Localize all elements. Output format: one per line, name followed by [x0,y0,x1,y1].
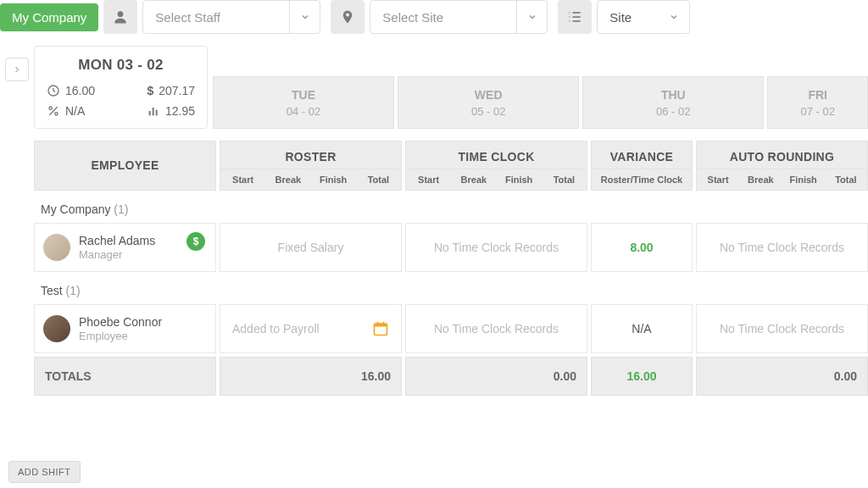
svg-point-10 [55,113,58,115]
avatar [43,315,70,342]
stat-percent: N/A [47,104,121,118]
chevron-down-icon [516,1,547,33]
employee-name: Rachel Adams [79,234,155,248]
variance-cell: N/A [591,304,693,353]
clock-icon [47,84,60,97]
site-select-label: Select Site [370,10,516,25]
site-select[interactable]: Select Site [370,0,548,34]
stat-hours: 16.00 [47,84,121,97]
svg-rect-15 [375,324,387,326]
totals-auto: 0.00 [696,357,868,396]
group-by-label: Site [598,10,659,25]
roster-cell[interactable]: Fixed Salary [220,223,402,272]
grid: EMPLOYEE ROSTER StartBreakFinishTotal TI… [34,141,868,396]
list-icon[interactable] [558,0,592,34]
day-cell[interactable]: WED05 - 02 [398,76,579,129]
col-employee: EMPLOYEE [34,141,216,191]
employee-role: Manager [79,248,155,261]
svg-rect-12 [153,108,154,115]
totals-roster: 16.00 [220,357,402,396]
svg-line-8 [49,107,57,114]
employee-role: Employee [79,330,162,342]
totals-clock: 0.00 [405,357,587,396]
group-label: My Company (1) [34,202,868,223]
svg-rect-11 [149,111,151,115]
day-cell[interactable]: TUE04 - 02 [213,76,394,129]
group-by-select[interactable]: Site [597,0,690,34]
totals-variance: 16.00 [591,357,693,396]
employee-row: Rachel AdamsManager$Fixed SalaryNo Time … [34,223,868,272]
employee-cell[interactable]: Phoebe ConnorEmployee [34,304,216,353]
chevron-down-icon [289,1,320,33]
employee-name: Phoebe Connor [79,315,162,330]
col-variance: VARIANCE Roster/Time Clock [591,141,693,191]
chevron-down-icon [659,1,689,33]
person-icon[interactable] [103,0,137,34]
employee-cell[interactable]: Rachel AdamsManager$ [34,223,216,272]
day-active-card[interactable]: MON 03 - 02 16.00 $ 207.17 N/A 12.95 [34,46,208,129]
timeclock-cell[interactable]: No Time Clock Records [405,304,587,353]
dollar-icon: $ [147,84,153,97]
staff-select-label: Select Staff [143,10,289,25]
bar-chart-icon [147,104,160,118]
salary-badge-icon: $ [186,232,205,251]
svg-point-0 [118,11,124,17]
autorounding-cell[interactable]: No Time Clock Records [696,304,868,353]
svg-point-9 [49,107,52,109]
day-active-label: MON 03 - 02 [47,57,195,74]
avatar [43,234,70,261]
calendar-icon [372,320,389,337]
top-toolbar: My Company Select Staff Select Site Site [0,0,868,34]
col-autorounding: AUTO ROUNDING StartBreakFinishTotal [696,141,868,191]
variance-cell: 8.00 [591,223,693,272]
stat-metric: 12.95 [121,104,196,118]
day-cell[interactable]: THU06 - 02 [582,76,764,129]
totals-row: TOTALS 16.00 0.00 16.00 0.00 [34,357,868,396]
roster-cell[interactable]: Added to Payroll [220,304,402,353]
location-pin-icon[interactable] [331,0,364,34]
group-label: Test (1) [34,284,868,304]
day-nav: MON 03 - 02 16.00 $ 207.17 N/A 12.95 TUE… [0,46,868,129]
staff-select[interactable]: Select Staff [142,0,320,34]
autorounding-cell[interactable]: No Time Clock Records [696,223,868,272]
employee-row: Phoebe ConnorEmployeeAdded to PayrollNo … [34,304,868,353]
col-timeclock: TIME CLOCK StartBreakFinishTotal [405,141,587,191]
stat-cost: $ 207.17 [121,84,196,97]
svg-rect-13 [156,110,158,116]
timeclock-cell[interactable]: No Time Clock Records [405,223,587,272]
prev-day-button[interactable] [5,58,29,81]
company-button[interactable]: My Company [0,3,98,31]
day-cell[interactable]: FRI07 - 02 [767,76,868,129]
totals-label: TOTALS [34,357,216,396]
percent-icon [47,104,60,118]
grid-header: EMPLOYEE ROSTER StartBreakFinishTotal TI… [34,141,868,191]
col-roster: ROSTER StartBreakFinishTotal [220,141,402,191]
